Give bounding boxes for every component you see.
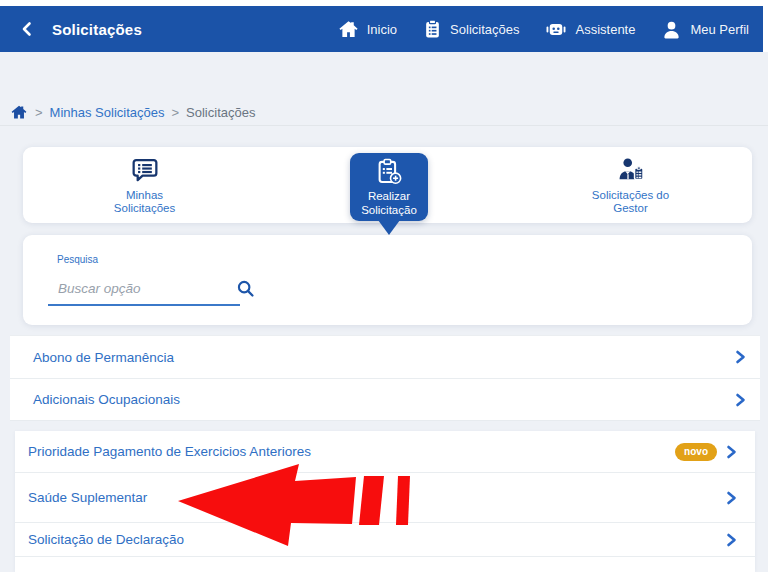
list-item-saude-suplementar[interactable]: Saúde Suplementar [15, 473, 755, 523]
clipboard-icon [423, 19, 442, 39]
nav-label: Assistente [575, 22, 635, 37]
tab-label: Minhas [114, 189, 175, 203]
list-item-label: Solicitação de Declaração [28, 532, 184, 547]
search-card: Pesquisa [23, 235, 752, 325]
nav-item-meu-perfil[interactable]: Meu Perfil [661, 19, 749, 40]
list-item-label: Prioridade Pagamento de Exercicios Anter… [28, 444, 311, 459]
tab-label: Solicitações do [592, 189, 669, 203]
chevron-right-icon [735, 393, 746, 407]
tab-label: Solicitações [114, 202, 175, 216]
robot-icon [545, 19, 567, 40]
nav-label: Inicio [367, 22, 397, 37]
breadcrumb-separator: > [35, 105, 43, 120]
list-item-abono-de-permanencia[interactable]: Abono de Permanência [10, 336, 760, 378]
nav-item-inicio[interactable]: Inicio [338, 19, 397, 40]
breadcrumb-separator: > [171, 105, 179, 120]
nav-item-assistente[interactable]: Assistente [545, 19, 635, 40]
person-icon [661, 19, 682, 40]
app-header: Solicitações Inicio Solicitações [0, 6, 763, 52]
tab-solicitacoes-do-gestor[interactable]: Solicitações do Gestor [509, 147, 752, 223]
chevron-right-icon [726, 533, 737, 547]
breadcrumb: > Minhas Solicitações > Solicitações [0, 99, 768, 126]
novo-badge: novo [675, 443, 717, 461]
magnifier-icon [236, 279, 255, 298]
breadcrumb-link-minhas-solicitacoes[interactable]: Minhas Solicitações [50, 105, 165, 120]
tab-realizar-solicitacao[interactable]: Realizar Solicitação [350, 153, 428, 221]
home-icon[interactable] [10, 104, 28, 121]
list-item-label: Adicionais Ocupacionais [33, 392, 180, 407]
back-button[interactable] [16, 18, 38, 40]
solicitacoes-page: Solicitações Inicio Solicitações [0, 0, 768, 572]
search-label: Pesquisa [57, 254, 98, 265]
message-list-icon [130, 155, 160, 185]
nav-label: Meu Perfil [690, 22, 749, 37]
header-right-margin [763, 6, 768, 52]
list-item-solicitacao-de-declaracao[interactable]: Solicitação de Declaração [15, 523, 755, 557]
tab-label: Gestor [592, 202, 669, 216]
nav-label: Solicitações [450, 22, 519, 37]
breadcrumb-current: Solicitações [186, 105, 255, 120]
home-icon [338, 19, 359, 40]
manager-clipboard-icon [616, 155, 646, 185]
tab-label: Solicitação [361, 204, 417, 218]
page-title: Solicitações [52, 21, 142, 38]
search-field [48, 275, 240, 306]
chevron-right-icon [726, 491, 737, 505]
search-input[interactable] [48, 275, 240, 306]
nav-item-solicitacoes[interactable]: Solicitações [423, 19, 519, 39]
search-icon[interactable] [236, 279, 255, 302]
tab-label: Realizar [361, 190, 417, 204]
request-list-section-2: Prioridade Pagamento de Exercicios Anter… [15, 431, 755, 572]
list-item-adicionais-ocupacionais[interactable]: Adicionais Ocupacionais [10, 378, 760, 420]
request-list-section-1: Abono de Permanência Adicionais Ocupacio… [10, 335, 760, 421]
list-item-prioridade-pagamento[interactable]: Prioridade Pagamento de Exercicios Anter… [15, 431, 755, 473]
chevron-right-icon [735, 350, 746, 364]
list-item-label: Abono de Permanência [33, 350, 174, 365]
back-chevron-icon [20, 21, 34, 37]
active-tab-pointer [378, 220, 400, 235]
list-item-label: Saúde Suplementar [28, 490, 147, 505]
header-nav: Inicio Solicitações [338, 19, 749, 40]
tab-minhas-solicitacoes[interactable]: Minhas Solicitações [23, 147, 266, 223]
chevron-right-icon [726, 445, 737, 459]
clipboard-plus-icon [374, 157, 404, 187]
